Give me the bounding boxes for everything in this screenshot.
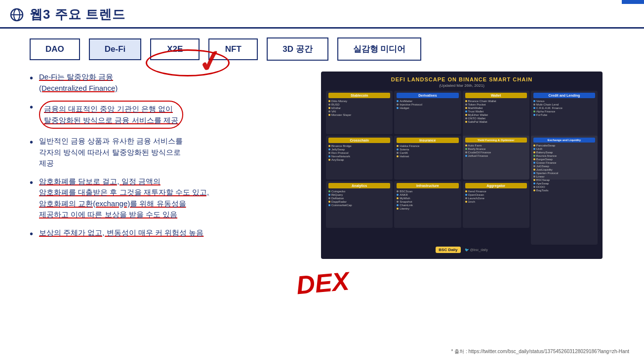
- bsc-logo-area: BSC Daily 🐦 @bsc_daily: [326, 247, 598, 253]
- cat-infrastructure-title: Infrastructure: [397, 183, 458, 188]
- bullet-text-5: 보상의 주체가 없고, 변동성이 매우 커 위험성 높음: [39, 227, 203, 239]
- tab-3d[interactable]: 3D 공간: [267, 37, 328, 61]
- bullet-list: De-Fi는 탈중앙화 금융(Decentralized Finance) 금융…: [30, 72, 306, 241]
- right-panel: DEFI LANDSCAPE ON BINANCE SMART CHAIN (U…: [321, 72, 603, 259]
- cat-yield: Yield Farming & Optimizer Auto Farm Beef…: [463, 136, 529, 179]
- main-content: De-Fi는 탈중앙화 금융(Decentralized Finance) 금융…: [0, 67, 644, 259]
- cat-stablecoin-title: Stablecoin: [328, 93, 390, 98]
- cat-derivatives-title: Derivatives: [397, 93, 458, 98]
- list-item-3: 일반적인 금융 상품과 유사한 금융 서비스를각자의 방식에 따라서 탈중앙화된…: [30, 136, 306, 169]
- cat-analytics-title: Analytics: [328, 183, 390, 188]
- bullet-text-2: 금융의 대표적인 중앙 기관인 은행 없이탈중앙화된 방식으로 금융 서비스를 …: [39, 101, 183, 129]
- chart-subtitle: (Updated Mar 26th, 2021): [326, 83, 598, 88]
- bsc-logo: BSC Daily: [436, 247, 460, 253]
- page-title: 웹3 주요 트렌드: [30, 6, 125, 23]
- list-item-2: 금융의 대표적인 중앙 기관인 은행 없이탈중앙화된 방식으로 금융 서비스를 …: [30, 101, 306, 129]
- cat-derivatives: Derivatives AntMatter Injective Protocol…: [394, 91, 461, 134]
- chart-title: DEFI LANDSCAPE ON BINANCE SMART CHAIN: [326, 76, 598, 82]
- tab-x2e[interactable]: X2E: [150, 38, 200, 60]
- page-header: 웹3 주요 트렌드: [0, 0, 644, 29]
- tab-row: DAO De-Fi X2E NFT 3D 공간 실감형 미디어: [0, 29, 644, 67]
- cat-aggregator-title: Aggregator: [465, 183, 527, 188]
- list-item-4: 암호화폐를 담보로 걸고, 일정 금액의암호화폐를 대출받은 후 그것을 재투자…: [30, 176, 306, 220]
- left-panel: De-Fi는 탈중앙화 금융(Decentralized Finance) 금융…: [30, 72, 306, 259]
- cat-insurance-title: Insurance: [397, 138, 458, 143]
- cat-crosschain-title: Crosschain: [328, 138, 390, 143]
- cat-exchange-title: Exchange and Liquidity: [533, 138, 595, 143]
- bullet-text-4: 암호화폐를 담보로 걸고, 일정 금액의암호화폐를 대출받은 후 그것을 재투자…: [39, 176, 209, 220]
- cat-analytics: Analytics Coingecko BitQuery Defitation …: [326, 181, 393, 228]
- tab-dao[interactable]: DAO: [30, 38, 80, 60]
- cat-wallet-title: Wallet: [465, 93, 527, 98]
- cat-crosschain: Crosschain Binance Bridge JellySwap Ren …: [326, 136, 393, 179]
- cat-stablecoin: Stablecoin Ditto Money BUSD bDollar VAI …: [326, 91, 393, 134]
- list-item-1: De-Fi는 탈중앙화 금융(Decentralized Finance): [30, 72, 306, 94]
- cat-insurance: Insurance Hakka Finance Soteria CertIK H…: [394, 136, 461, 179]
- cat-exchange: Exchange and Liquidity PancakeSwap Unifi…: [531, 136, 598, 245]
- bullet-text-3: 일반적인 금융 상품과 유사한 금융 서비스를각자의 방식에 따라서 탈중앙화된…: [39, 136, 183, 169]
- web3-icon: [10, 8, 24, 22]
- cat-yield-title: Yield Farming & Optimizer: [465, 138, 527, 143]
- defi-chart: DEFI LANDSCAPE ON BINANCE SMART CHAIN (U…: [321, 72, 603, 259]
- dex-annotation: DEX: [295, 266, 351, 300]
- source-text: * 출처 : https://twitter.com/bsc_daily/sta…: [451, 348, 629, 355]
- bsc-twitter: 🐦 @bsc_daily: [465, 248, 488, 252]
- tab-media[interactable]: 실감형 미디어: [337, 37, 422, 61]
- bullet-text-1: De-Fi는 탈중앙화 금융(Decentralized Finance): [39, 72, 118, 94]
- tab-defi[interactable]: De-Fi: [89, 38, 142, 60]
- list-item-5: 보상의 주체가 없고, 변동성이 매우 커 위험성 높음: [30, 227, 306, 241]
- cat-credit-title: Credit and Lending: [533, 93, 595, 98]
- top-bar-decoration: [622, 0, 644, 4]
- cat-aggregator: Aggregator Xend Finance OpenOcean Launch…: [463, 181, 529, 228]
- cat-infrastructure: Infrastructure BSCScan ANKR MyWish Snaps…: [394, 181, 461, 228]
